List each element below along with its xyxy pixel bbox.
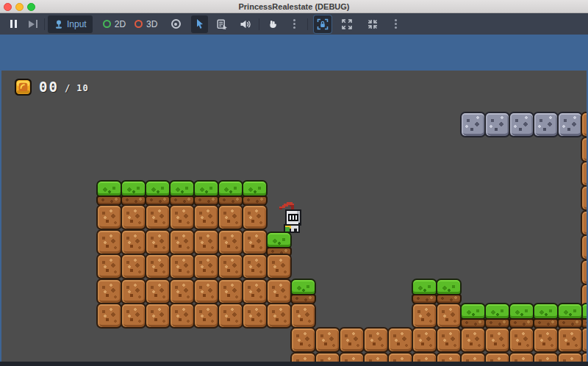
more-options-button[interactable] [286, 15, 302, 33]
tile-grass [292, 280, 315, 303]
tile-grass [195, 182, 218, 204]
tile-grass [243, 182, 266, 204]
tile-dirt [171, 255, 193, 278]
tile-stone [486, 113, 509, 136]
tile-dirt [365, 329, 387, 351]
tile-stone [510, 113, 533, 136]
2d-mode-icon [103, 20, 111, 28]
tile-dirt [582, 138, 587, 161]
tile-dirt [195, 231, 218, 254]
tile-dirt [98, 255, 121, 278]
joystick-icon [54, 19, 64, 29]
tile-dirt [292, 304, 315, 327]
tile-stone [462, 113, 484, 136]
target-icon [171, 19, 181, 29]
more-options-2-button[interactable] [387, 15, 404, 33]
tile-dirt [389, 329, 412, 351]
next-frame-button[interactable] [25, 15, 41, 33]
tile-grass [122, 182, 145, 204]
tile-dirt [146, 304, 169, 327]
visibility-button[interactable] [168, 15, 184, 33]
hand-icon [268, 19, 278, 29]
tile-stone [534, 113, 557, 136]
node-list-icon [217, 19, 228, 29]
tile-dirt [559, 329, 581, 351]
tile-dirt [413, 304, 436, 327]
tile-dirt [243, 304, 266, 327]
tile-dirt [171, 280, 193, 303]
tile-dirt [98, 280, 121, 303]
node-picker-button[interactable] [214, 15, 230, 33]
tile-dirt [268, 304, 290, 327]
tile-dirt [122, 280, 145, 303]
knight-sprite [279, 202, 301, 234]
tile-dirt [534, 329, 557, 351]
pause-button[interactable] [5, 15, 21, 33]
tile-grass [146, 182, 169, 204]
ellipsis-icon [395, 23, 397, 25]
tile-dirt [243, 231, 266, 254]
tile-dirt [582, 236, 587, 259]
3d-mode-label: 3D [146, 19, 157, 29]
tile-dirt [413, 329, 436, 351]
select-tool-button[interactable] [191, 15, 208, 33]
tile-dirt [146, 206, 169, 229]
tile-dirt [462, 329, 484, 351]
toolbar-separator [307, 18, 308, 30]
cursor-icon [195, 18, 205, 29]
pause-icon [10, 20, 17, 28]
coin-hud: 00 / 10 [15, 79, 89, 96]
tile-grass [462, 304, 484, 327]
tile-dirt [122, 206, 145, 229]
tile-grass [559, 304, 581, 327]
shrink-window-button[interactable] [365, 15, 381, 33]
touch-emulation-button[interactable] [265, 15, 281, 33]
2d-mode-label: 2D [115, 19, 126, 29]
tile-grass [582, 304, 587, 327]
tile-dirt [437, 304, 460, 327]
tile-dirt [122, 304, 145, 327]
camera-override-button[interactable] [314, 15, 331, 33]
tile-dirt [219, 255, 242, 278]
tile-dirt [510, 329, 533, 351]
expand-window-button[interactable] [339, 15, 355, 33]
expand-icon [341, 18, 353, 30]
tile-dirt [268, 255, 290, 278]
toolbar-separator [44, 18, 45, 30]
tile-dirt [122, 255, 145, 278]
tile-grass [510, 304, 533, 327]
tile-dirt [98, 206, 121, 229]
tile-dirt [340, 329, 363, 351]
tile-dirt [98, 231, 121, 254]
shrink-icon [367, 18, 379, 30]
coin-count: 00 [39, 79, 59, 95]
tile-dirt [146, 231, 169, 254]
tile-dirt [243, 206, 266, 229]
tile-stone [559, 113, 581, 136]
app-window: PrincessRealestate (DEBUG) Input 2D 3D [0, 0, 588, 366]
tile-dirt [146, 280, 169, 303]
next-frame-icon [29, 20, 37, 28]
tile-dirt [219, 304, 242, 327]
tile-dirt [219, 231, 242, 254]
tile-dirt [195, 280, 218, 303]
tile-dirt [171, 206, 193, 229]
input-mode-button[interactable]: Input [48, 15, 93, 33]
tile-grass [534, 304, 557, 327]
debug-toolbar: Input 2D 3D [0, 13, 588, 35]
tile-dirt [582, 187, 587, 209]
editor-bottom-strip [0, 362, 588, 366]
coin-total: / 10 [65, 84, 89, 93]
tile-grass [219, 182, 242, 204]
window-title: PrincessRealestate (DEBUG) [0, 0, 588, 13]
tile-grass [437, 280, 460, 303]
tile-dirt [195, 206, 218, 229]
tile-dirt [219, 206, 242, 229]
3d-mode-icon [135, 20, 143, 28]
toolbar-separator [259, 18, 259, 30]
tile-dirt [582, 261, 587, 284]
camera-3d-button[interactable]: 3D [135, 15, 157, 33]
game-area[interactable]: 00 / 10 [1, 71, 587, 366]
audio-mute-button[interactable] [237, 15, 253, 33]
camera-2d-button[interactable]: 2D [103, 15, 126, 33]
